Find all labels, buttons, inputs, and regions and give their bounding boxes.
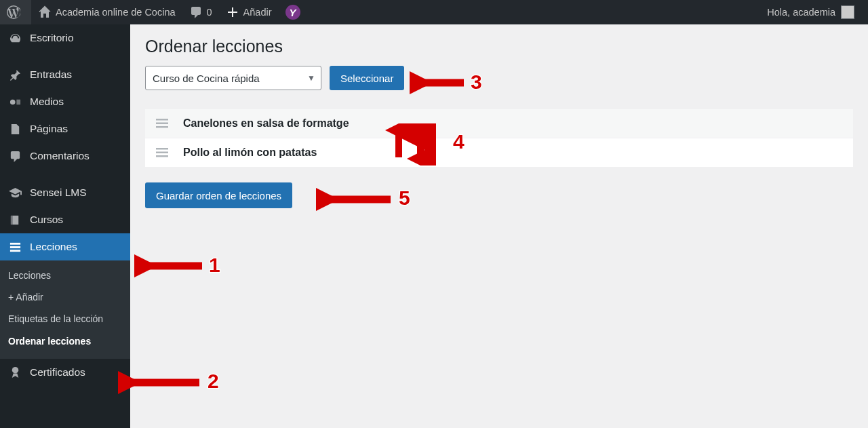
- sidebar-item-certificates[interactable]: Certificados: [0, 359, 130, 386]
- award-icon: [7, 366, 23, 379]
- graduation-cap-icon: [7, 186, 23, 199]
- yoast-link[interactable]: Y: [279, 0, 307, 24]
- select-button[interactable]: Seleccionar: [330, 66, 404, 90]
- submenu-item-lessons[interactable]: Lecciones: [0, 265, 130, 286]
- svg-point-0: [9, 99, 15, 104]
- lesson-title: Canelones en salsa de formatge: [183, 117, 349, 130]
- svg-point-5: [12, 367, 18, 374]
- sidebar-item-label: Certificados: [30, 366, 85, 378]
- svg-rect-8: [156, 126, 168, 128]
- add-new-label: Añadir: [243, 7, 272, 18]
- lesson-title: Pollo al limón con patatas: [183, 147, 317, 159]
- svg-rect-6: [156, 119, 168, 121]
- pin-icon: [7, 68, 23, 81]
- speech-bubble-icon: [189, 5, 203, 19]
- sidebar-item-label: Comentarios: [30, 150, 90, 162]
- sidebar-item-label: Lecciones: [30, 241, 77, 253]
- save-order-button[interactable]: Guardar orden de lecciones: [145, 182, 292, 208]
- sidebar-item-label: Sensei LMS: [30, 187, 87, 199]
- sidebar-item-label: Escritorio: [30, 32, 74, 44]
- svg-rect-7: [156, 123, 168, 125]
- sidebar-item-sensei-lms[interactable]: Sensei LMS: [0, 179, 130, 206]
- sidebar-item-comments[interactable]: Comentarios: [0, 142, 130, 170]
- sidebar-item-lessons[interactable]: Lecciones: [0, 233, 130, 260]
- drag-handle-icon: [156, 148, 171, 157]
- home-icon: [38, 5, 52, 19]
- greeting-text: Hola, academia: [767, 7, 835, 18]
- sidebar-item-pages[interactable]: Páginas: [0, 115, 130, 142]
- dashboard-icon: [7, 31, 23, 45]
- sidebar-item-media[interactable]: Medios: [0, 88, 130, 115]
- book-icon: [7, 213, 23, 227]
- submenu-item-add[interactable]: + Añadir: [0, 286, 130, 308]
- sidebar-submenu-lessons: Lecciones + Añadir Etiquetas de la lecci…: [0, 260, 130, 359]
- svg-rect-11: [156, 155, 168, 157]
- svg-rect-3: [9, 246, 20, 248]
- yoast-icon: Y: [285, 5, 300, 20]
- plus-icon: [226, 5, 239, 19]
- submenu-item-order-lessons[interactable]: Ordenar lecciones: [0, 330, 130, 352]
- admin-sidebar: Escritorio Entradas Medios Páginas Comen…: [0, 24, 130, 428]
- submenu-item-tags[interactable]: Etiquetas de la lección: [0, 308, 130, 330]
- page-icon: [7, 122, 23, 136]
- admin-bar-left: Academia online de Cocina 0 Añadir Y: [0, 0, 307, 24]
- sidebar-item-courses[interactable]: Cursos: [0, 206, 130, 233]
- course-selector-row: Curso de Cocina rápida ▼ Seleccionar: [145, 66, 853, 90]
- wordpress-icon: [7, 5, 20, 19]
- account-link[interactable]: Hola, academia: [760, 0, 861, 24]
- svg-rect-2: [9, 242, 20, 244]
- comments-link[interactable]: 0: [182, 0, 219, 24]
- course-select-value: Curso de Cocina rápida: [153, 73, 260, 84]
- site-title: Academia online de Cocina: [56, 7, 176, 18]
- svg-rect-9: [156, 148, 168, 150]
- course-select[interactable]: Curso de Cocina rápida ▼: [145, 66, 321, 90]
- avatar-icon: [841, 5, 854, 19]
- sidebar-item-label: Medios: [30, 96, 64, 108]
- admin-bar: Academia online de Cocina 0 Añadir Y Hol…: [0, 0, 868, 24]
- sidebar-item-posts[interactable]: Entradas: [0, 61, 130, 88]
- sortable-lessons-list: Canelones en salsa de formatge Pollo al …: [145, 109, 853, 168]
- svg-rect-4: [9, 250, 20, 252]
- site-link[interactable]: Academia online de Cocina: [31, 0, 182, 24]
- page-title: Ordenar lecciones: [145, 37, 853, 56]
- comments-count: 0: [207, 7, 212, 18]
- comment-icon: [7, 149, 23, 163]
- admin-bar-right: Hola, academia: [760, 0, 868, 24]
- sortable-row[interactable]: Canelones en salsa de formatge: [145, 109, 853, 138]
- chevron-down-icon: ▼: [307, 73, 315, 83]
- sidebar-item-label: Entradas: [30, 69, 72, 81]
- sidebar-item-label: Cursos: [30, 214, 63, 226]
- drag-handle-icon: [156, 119, 171, 128]
- add-new-link[interactable]: Añadir: [219, 0, 279, 24]
- svg-rect-1: [10, 215, 12, 224]
- page-content: Ordenar lecciones Curso de Cocina rápida…: [130, 24, 868, 428]
- sidebar-item-dashboard[interactable]: Escritorio: [0, 24, 130, 52]
- sidebar-item-label: Páginas: [30, 123, 68, 135]
- media-icon: [7, 95, 23, 109]
- list-icon: [7, 240, 23, 254]
- wordpress-logo[interactable]: [0, 0, 31, 24]
- sortable-row[interactable]: Pollo al limón con patatas: [145, 138, 853, 168]
- svg-rect-10: [156, 152, 168, 154]
